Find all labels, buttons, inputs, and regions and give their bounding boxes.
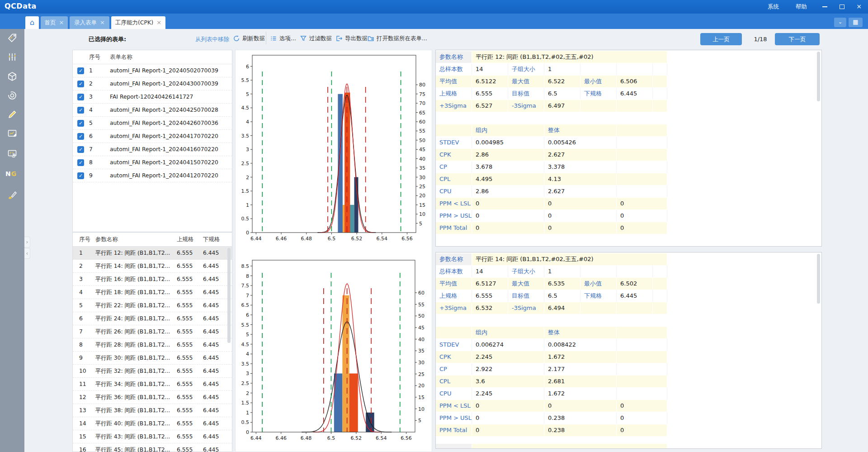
stats-scrollbar[interactable]: [817, 254, 820, 304]
param-row[interactable]: 16平行距 45: 间距 (B1,B1,T2...6.5556.445: [73, 443, 232, 452]
form-row-name: automi_FAI Report-1_20240417070220: [110, 133, 232, 139]
close-button[interactable]: ×: [852, 0, 866, 14]
form-checkbox[interactable]: ✓: [77, 67, 84, 74]
options-button[interactable]: 选项...: [270, 33, 296, 44]
stats-cell: 1.672: [544, 351, 617, 363]
expand-panel-handle[interactable]: ›: [24, 237, 30, 247]
form-row[interactable]: ✓6automi_FAI Report-1_20240417070220: [73, 130, 232, 143]
param-row[interactable]: 6平行距 24: 间距 (B1,B1,T2...6.5556.445: [73, 312, 232, 325]
plot-area: [252, 260, 415, 432]
form-checkbox[interactable]: ✓: [77, 107, 84, 114]
param-row[interactable]: 13平行距 38: 间距 (B1,B1,T2...6.5556.445: [73, 404, 232, 417]
target-icon[interactable]: [7, 90, 18, 101]
stats-cell: 6.535: [544, 278, 580, 290]
form-checkbox[interactable]: ✓: [77, 133, 84, 140]
home-tab[interactable]: ⌂: [25, 16, 39, 29]
param-row[interactable]: 14平行距 40: 间距 (B1,B1,T2...6.5556.445: [73, 417, 232, 430]
form-row[interactable]: ✓7automi_FAI Report-1_20240416070220: [73, 143, 232, 156]
param-row[interactable]: 3平行距 16: 间距 (B1,B1,T2...6.5556.445: [73, 273, 232, 286]
collapse-panel-handle[interactable]: ‹: [24, 248, 30, 259]
collapse-tabs-button[interactable]: ⌄: [834, 18, 846, 27]
prev-page-button[interactable]: 上一页: [700, 33, 742, 45]
x-tick-label: 6.44: [250, 236, 262, 242]
param-row[interactable]: 9平行距 30: 间距 (B1,B1,T2...6.5556.445: [73, 352, 232, 365]
right-tick-label: 20: [418, 383, 425, 389]
params-scrollbar[interactable]: [227, 248, 231, 343]
stats-cell: [653, 278, 667, 290]
form-checkbox[interactable]: ✓: [77, 94, 84, 100]
stats-cell: 6.497: [544, 100, 580, 112]
param-row[interactable]: 7平行距 26: 间距 (B1,B1,T2...6.5556.445: [73, 325, 232, 338]
param-row-name: 平行距 12: 间距 (B1,B1,T2...: [95, 249, 177, 257]
stats-cell: 3.378: [544, 161, 617, 173]
x-tick-label: 6.44: [250, 435, 262, 441]
right-tick-label: 40: [418, 337, 425, 343]
chart-edit-icon[interactable]: [7, 128, 18, 139]
tag-icon[interactable]: [7, 33, 18, 43]
left-tick-label: 1: [246, 410, 249, 416]
forms-header-name: 表单名称: [110, 53, 232, 61]
pencil-icon[interactable]: [7, 109, 18, 120]
filter-data-button[interactable]: 过滤数据: [300, 33, 332, 44]
form-row[interactable]: ✓2automi_FAI Report-1_20240430070039: [73, 77, 232, 90]
sliders-icon[interactable]: [7, 52, 18, 62]
close-tab-icon[interactable]: ×: [59, 19, 64, 26]
stats-cell: 6.527: [472, 100, 508, 112]
stats-cell: 平均值: [436, 76, 472, 87]
form-checkbox[interactable]: ✓: [77, 172, 84, 179]
form-row[interactable]: ✓9automi_FAI Report-1_20240412070220: [73, 169, 232, 182]
left-tick-label: 3: [246, 371, 249, 376]
form-row[interactable]: ✓1automi_FAI Report-1_20240502070039: [73, 64, 232, 77]
minimize-button[interactable]: [817, 0, 832, 14]
param-row[interactable]: 1平行距 12: 间距 (B1,B1,T2...6.5556.445: [73, 247, 232, 260]
form-row[interactable]: ✓4automi_FAI Report-1_20240425070028: [73, 104, 232, 117]
stats-cell: 0: [472, 424, 544, 436]
remove-from-list-link[interactable]: 从列表中移除: [195, 36, 229, 43]
stats-cell: 2.627: [544, 186, 617, 197]
close-tab-icon[interactable]: ×: [156, 19, 161, 26]
params-header-no: 序号: [73, 236, 95, 243]
form-row[interactable]: ✓3FAI Report-120240426141727: [73, 90, 232, 104]
x-tick-label: 6.48: [301, 435, 312, 441]
form-checkbox[interactable]: ✓: [77, 81, 84, 87]
param-row[interactable]: 11平行距 34: 间距 (B1,B1,T2...6.5556.445: [73, 378, 232, 391]
menu-system[interactable]: 系统: [768, 3, 779, 11]
param-row[interactable]: 10平行距 32: 间距 (B1,B1,T2...6.5556.445: [73, 365, 232, 378]
param-row[interactable]: 8平行距 28: 间距 (B1,B1,T2...6.5556.445: [73, 338, 232, 352]
stats-cell: [617, 266, 653, 277]
box-icon[interactable]: [7, 71, 18, 82]
param-row-no: 13: [73, 407, 95, 414]
param-row[interactable]: 15平行距 43: 间距 (B1,B1,T2...6.5556.445: [73, 430, 232, 443]
tab-homepage[interactable]: 首页×: [41, 16, 68, 29]
screen-touch-icon[interactable]: [7, 148, 18, 159]
form-checkbox[interactable]: ✓: [77, 146, 84, 153]
form-row[interactable]: ✓5automi_FAI Report-1_20240426070036: [73, 117, 232, 130]
grid-view-button[interactable]: ▦: [849, 18, 863, 27]
open-source-form-button[interactable]: 打开数据所在表单...: [367, 33, 427, 44]
param-row[interactable]: 2平行距 14: 间距 (B1,B1,T2...6.5556.445: [73, 260, 232, 273]
form-checkbox[interactable]: ✓: [77, 159, 84, 166]
stats-cell: [617, 388, 667, 400]
tab-entry-form[interactable]: 录入表单×: [70, 16, 109, 29]
param-row[interactable]: 5平行距 22: 间距 (B1,B1,T2...6.5556.445: [73, 299, 232, 312]
stats-metric-label: CPK: [436, 149, 472, 161]
ng-icon[interactable]: NG: [5, 170, 17, 177]
next-page-button[interactable]: 下一页: [775, 33, 820, 45]
export-data-button[interactable]: 导出数据: [335, 33, 368, 44]
form-row[interactable]: ✓8automi_FAI Report-1_20240415070220: [73, 156, 232, 169]
param-row[interactable]: 4平行距 18: 间距 (B1,B1,T2...6.5556.445: [73, 286, 232, 299]
close-tab-icon[interactable]: ×: [100, 19, 105, 26]
stats-scrollbar[interactable]: [817, 52, 820, 101]
brush-icon[interactable]: [7, 190, 18, 200]
form-row-no: 4: [89, 107, 110, 113]
maximize-button[interactable]: [835, 0, 849, 14]
menu-help[interactable]: 帮助: [796, 3, 807, 11]
stats-cell: 子组大小: [508, 266, 544, 277]
form-checkbox[interactable]: ✓: [77, 120, 84, 127]
stats-cell: 6.494: [544, 302, 580, 314]
stats-cell: [617, 137, 667, 148]
tab-process-capability-cpk[interactable]: 工序能力(CPK)×: [111, 16, 165, 29]
param-row-usl: 6.555: [177, 315, 203, 322]
param-row[interactable]: 12平行距 36: 间距 (B1,B1,T2...6.5556.445: [73, 391, 232, 404]
refresh-data-button[interactable]: 刷新数据: [233, 33, 265, 44]
